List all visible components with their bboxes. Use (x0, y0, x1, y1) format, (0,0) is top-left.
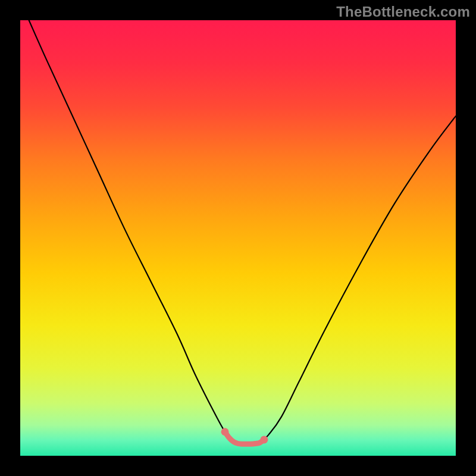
gradient-background (20, 20, 456, 456)
attribution-label: TheBottleneck.com (336, 4, 470, 20)
bottleneck-chart (20, 20, 456, 456)
plot-area (20, 20, 456, 456)
highlight-end-dot (260, 436, 268, 443)
highlight-start-dot (221, 428, 229, 436)
chart-frame: TheBottleneck.com (0, 0, 476, 476)
